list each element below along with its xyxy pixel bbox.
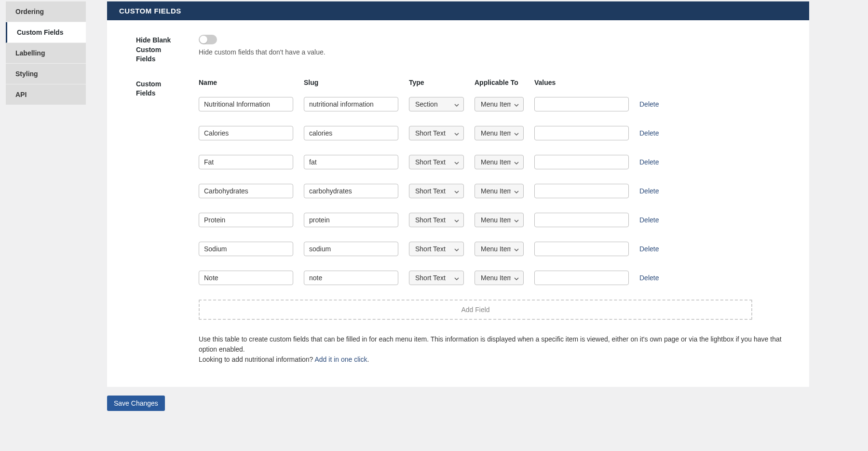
sidebar-item-custom-fields[interactable]: Custom Fields	[6, 22, 86, 43]
sidebar-item-api[interactable]: API	[6, 84, 86, 105]
field-applicable-select[interactable]: Menu Item	[475, 271, 524, 285]
field-name-input[interactable]	[199, 213, 293, 227]
field-slug-input[interactable]	[304, 184, 398, 198]
field-applicable-select[interactable]: Menu Item	[475, 155, 524, 169]
field-type-select[interactable]: Short Text	[409, 155, 464, 169]
add-field-button[interactable]: Add Field	[199, 300, 752, 320]
field-name-input[interactable]	[199, 126, 293, 140]
field-values-input[interactable]	[534, 213, 629, 227]
help-text-line1: Use this table to create custom fields t…	[199, 334, 791, 355]
delete-field-link[interactable]: Delete	[639, 216, 659, 224]
field-row: Short TextMenu ItemDelete	[199, 242, 791, 256]
field-name-input[interactable]	[199, 271, 293, 285]
column-name: Name	[199, 79, 293, 86]
field-applicable-select[interactable]: Menu Item	[475, 126, 524, 140]
field-slug-input[interactable]	[304, 97, 398, 111]
field-values-input[interactable]	[534, 97, 629, 111]
hide-blank-toggle[interactable]	[199, 35, 217, 44]
hide-blank-description: Hide custom fields that don't have a val…	[199, 48, 791, 56]
field-values-input[interactable]	[534, 271, 629, 285]
field-name-input[interactable]	[199, 242, 293, 256]
field-name-input[interactable]	[199, 184, 293, 198]
field-name-input[interactable]	[199, 155, 293, 169]
delete-field-link[interactable]: Delete	[639, 245, 659, 253]
add-nutritional-link[interactable]: Add it in one click	[315, 355, 367, 363]
field-values-input[interactable]	[534, 242, 629, 256]
custom-fields-label: Custom Fields	[136, 79, 179, 98]
save-changes-button[interactable]: Save Changes	[107, 396, 165, 411]
sidebar: Ordering Custom Fields Labelling Styling…	[6, 1, 86, 411]
fields-header: Name Slug Type Applicable To Values	[199, 79, 791, 86]
field-type-select[interactable]: Short Text	[409, 213, 464, 227]
delete-field-link[interactable]: Delete	[639, 158, 659, 166]
field-type-select[interactable]: Short Text	[409, 242, 464, 256]
field-slug-input[interactable]	[304, 271, 398, 285]
field-values-input[interactable]	[534, 184, 629, 198]
sidebar-item-ordering[interactable]: Ordering	[6, 1, 86, 22]
help-text: Use this table to create custom fields t…	[199, 334, 791, 365]
field-applicable-select[interactable]: Menu Item	[475, 242, 524, 256]
sidebar-item-labelling[interactable]: Labelling	[6, 43, 86, 64]
field-slug-input[interactable]	[304, 155, 398, 169]
delete-field-link[interactable]: Delete	[639, 129, 659, 137]
field-row: Short TextMenu ItemDelete	[199, 184, 791, 198]
field-row: SectionMenu ItemDelete	[199, 97, 791, 111]
main-content: CUSTOM FIELDS Hide Blank Custom Fields H…	[107, 1, 809, 411]
field-applicable-select[interactable]: Menu Item	[475, 213, 524, 227]
field-values-input[interactable]	[534, 155, 629, 169]
field-row: Short TextMenu ItemDelete	[199, 126, 791, 140]
delete-field-link[interactable]: Delete	[639, 100, 659, 108]
custom-fields-panel: CUSTOM FIELDS Hide Blank Custom Fields H…	[107, 1, 809, 387]
field-slug-input[interactable]	[304, 126, 398, 140]
hide-blank-label: Hide Blank Custom Fields	[136, 35, 179, 64]
field-row: Short TextMenu ItemDelete	[199, 271, 791, 285]
field-applicable-select[interactable]: Menu Item	[475, 97, 524, 111]
field-applicable-select[interactable]: Menu Item	[475, 184, 524, 198]
help-period: .	[367, 355, 369, 363]
field-slug-input[interactable]	[304, 242, 398, 256]
field-row: Short TextMenu ItemDelete	[199, 213, 791, 227]
delete-field-link[interactable]: Delete	[639, 187, 659, 195]
column-values: Values	[534, 79, 629, 86]
field-row: Short TextMenu ItemDelete	[199, 155, 791, 169]
column-applicable-to: Applicable To	[475, 79, 524, 86]
field-type-select[interactable]: Short Text	[409, 126, 464, 140]
toggle-knob	[200, 36, 207, 43]
help-text-line2: Looking to add nutritional information?	[199, 355, 315, 363]
panel-title: CUSTOM FIELDS	[107, 1, 809, 20]
field-type-select[interactable]: Short Text	[409, 271, 464, 285]
delete-field-link[interactable]: Delete	[639, 274, 659, 282]
field-type-select[interactable]: Short Text	[409, 184, 464, 198]
sidebar-item-styling[interactable]: Styling	[6, 64, 86, 84]
field-slug-input[interactable]	[304, 213, 398, 227]
field-type-select[interactable]: Section	[409, 97, 464, 111]
field-name-input[interactable]	[199, 97, 293, 111]
column-type: Type	[409, 79, 464, 86]
column-slug: Slug	[304, 79, 398, 86]
field-values-input[interactable]	[534, 126, 629, 140]
